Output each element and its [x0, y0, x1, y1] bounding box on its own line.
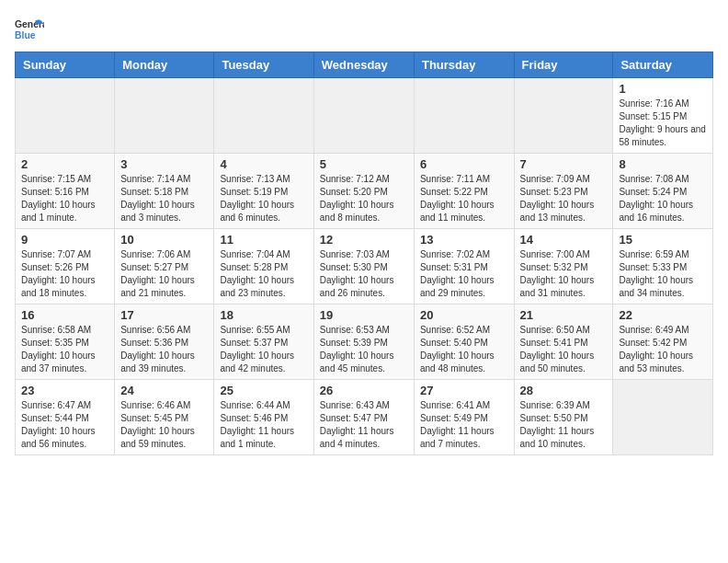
weekday-header: Sunday [16, 52, 115, 78]
day-number: 16 [21, 308, 108, 322]
calendar-cell: 7Sunrise: 7:09 AM Sunset: 5:23 PM Daylig… [514, 154, 613, 229]
day-info: Sunrise: 6:50 AM Sunset: 5:41 PM Dayligh… [520, 324, 608, 375]
calendar-cell: 25Sunrise: 6:44 AM Sunset: 5:46 PM Dayli… [214, 380, 313, 455]
day-info: Sunrise: 7:03 AM Sunset: 5:30 PM Dayligh… [320, 248, 408, 300]
day-info: Sunrise: 7:04 AM Sunset: 5:28 PM Dayligh… [220, 248, 307, 300]
calendar-header-row: SundayMondayTuesdayWednesdayThursdayFrid… [16, 52, 713, 78]
calendar-cell: 12Sunrise: 7:03 AM Sunset: 5:30 PM Dayli… [313, 229, 414, 304]
day-info: Sunrise: 6:43 AM Sunset: 5:47 PM Dayligh… [320, 399, 408, 451]
day-info: Sunrise: 7:00 AM Sunset: 5:32 PM Dayligh… [520, 248, 608, 300]
calendar-cell [613, 380, 713, 455]
calendar-cell: 1Sunrise: 7:16 AM Sunset: 5:15 PM Daylig… [613, 78, 713, 154]
day-number: 10 [120, 233, 208, 247]
calendar-cell: 17Sunrise: 6:56 AM Sunset: 5:36 PM Dayli… [115, 304, 214, 380]
day-info: Sunrise: 7:12 AM Sunset: 5:20 PM Dayligh… [320, 173, 408, 224]
day-info: Sunrise: 6:41 AM Sunset: 5:49 PM Dayligh… [420, 399, 508, 451]
day-info: Sunrise: 7:15 AM Sunset: 5:16 PM Dayligh… [21, 173, 108, 224]
day-info: Sunrise: 7:14 AM Sunset: 5:18 PM Dayligh… [120, 173, 208, 224]
calendar-cell: 16Sunrise: 6:58 AM Sunset: 5:35 PM Dayli… [16, 304, 115, 380]
day-number: 25 [220, 384, 307, 397]
calendar-cell: 22Sunrise: 6:49 AM Sunset: 5:42 PM Dayli… [613, 304, 713, 380]
calendar-cell: 24Sunrise: 6:46 AM Sunset: 5:45 PM Dayli… [115, 380, 214, 455]
day-number: 3 [120, 157, 208, 171]
calendar-cell: 20Sunrise: 6:52 AM Sunset: 5:40 PM Dayli… [414, 304, 514, 380]
day-number: 18 [220, 308, 307, 322]
day-info: Sunrise: 7:11 AM Sunset: 5:22 PM Dayligh… [420, 173, 508, 224]
calendar-cell: 28Sunrise: 6:39 AM Sunset: 5:50 PM Dayli… [514, 380, 613, 455]
calendar-cell: 18Sunrise: 6:55 AM Sunset: 5:37 PM Dayli… [214, 304, 313, 380]
day-number: 1 [619, 82, 707, 96]
day-info: Sunrise: 7:08 AM Sunset: 5:24 PM Dayligh… [619, 173, 707, 224]
day-info: Sunrise: 6:46 AM Sunset: 5:45 PM Dayligh… [120, 399, 208, 451]
day-info: Sunrise: 6:52 AM Sunset: 5:40 PM Dayligh… [420, 324, 508, 375]
day-number: 17 [120, 308, 208, 322]
day-number: 6 [420, 157, 508, 171]
day-number: 7 [520, 157, 608, 171]
day-number: 12 [320, 233, 408, 247]
calendar-cell [414, 78, 514, 154]
calendar-cell: 11Sunrise: 7:04 AM Sunset: 5:28 PM Dayli… [214, 229, 313, 304]
day-number: 24 [120, 384, 208, 397]
calendar-cell: 26Sunrise: 6:43 AM Sunset: 5:47 PM Dayli… [313, 380, 414, 455]
calendar-cell: 10Sunrise: 7:06 AM Sunset: 5:27 PM Dayli… [115, 229, 214, 304]
day-info: Sunrise: 6:53 AM Sunset: 5:39 PM Dayligh… [320, 324, 408, 375]
calendar-cell: 14Sunrise: 7:00 AM Sunset: 5:32 PM Dayli… [514, 229, 613, 304]
day-number: 26 [320, 384, 408, 397]
calendar-cell: 9Sunrise: 7:07 AM Sunset: 5:26 PM Daylig… [16, 229, 115, 304]
calendar-cell [115, 78, 214, 154]
day-info: Sunrise: 6:58 AM Sunset: 5:35 PM Dayligh… [21, 324, 108, 375]
calendar-cell: 13Sunrise: 7:02 AM Sunset: 5:31 PM Dayli… [414, 229, 514, 304]
day-number: 23 [21, 384, 108, 397]
weekday-header: Wednesday [313, 52, 414, 78]
calendar-cell [313, 78, 414, 154]
day-number: 8 [619, 157, 707, 171]
calendar-cell: 5Sunrise: 7:12 AM Sunset: 5:20 PM Daylig… [313, 154, 414, 229]
day-number: 14 [520, 233, 608, 247]
day-info: Sunrise: 7:13 AM Sunset: 5:19 PM Dayligh… [220, 173, 307, 224]
day-info: Sunrise: 6:59 AM Sunset: 5:33 PM Dayligh… [619, 248, 707, 300]
calendar-cell: 15Sunrise: 6:59 AM Sunset: 5:33 PM Dayli… [613, 229, 713, 304]
day-number: 20 [420, 308, 508, 322]
calendar-cell: 27Sunrise: 6:41 AM Sunset: 5:49 PM Dayli… [414, 380, 514, 455]
day-number: 22 [619, 308, 707, 322]
weekday-header: Thursday [414, 52, 514, 78]
calendar-cell: 4Sunrise: 7:13 AM Sunset: 5:19 PM Daylig… [214, 154, 313, 229]
day-number: 27 [420, 384, 508, 397]
day-info: Sunrise: 7:16 AM Sunset: 5:15 PM Dayligh… [619, 98, 707, 149]
day-info: Sunrise: 7:02 AM Sunset: 5:31 PM Dayligh… [420, 248, 508, 300]
calendar-cell: 3Sunrise: 7:14 AM Sunset: 5:18 PM Daylig… [115, 154, 214, 229]
page-header: General Blue [15, 15, 713, 44]
day-number: 11 [220, 233, 307, 247]
day-number: 4 [220, 157, 307, 171]
day-number: 13 [420, 233, 508, 247]
logo-icon: General Blue [15, 15, 44, 44]
day-info: Sunrise: 6:56 AM Sunset: 5:36 PM Dayligh… [120, 324, 208, 375]
day-number: 28 [520, 384, 608, 397]
day-number: 21 [520, 308, 608, 322]
day-info: Sunrise: 6:55 AM Sunset: 5:37 PM Dayligh… [220, 324, 307, 375]
day-info: Sunrise: 6:47 AM Sunset: 5:44 PM Dayligh… [21, 399, 108, 451]
calendar-cell: 8Sunrise: 7:08 AM Sunset: 5:24 PM Daylig… [613, 154, 713, 229]
day-number: 19 [320, 308, 408, 322]
day-info: Sunrise: 6:49 AM Sunset: 5:42 PM Dayligh… [619, 324, 707, 375]
day-info: Sunrise: 7:06 AM Sunset: 5:27 PM Dayligh… [120, 248, 208, 300]
day-number: 9 [21, 233, 108, 247]
svg-text:Blue: Blue [15, 30, 36, 40]
weekday-header: Saturday [613, 52, 713, 78]
weekday-header: Tuesday [214, 52, 313, 78]
day-info: Sunrise: 7:07 AM Sunset: 5:26 PM Dayligh… [21, 248, 108, 300]
day-info: Sunrise: 6:39 AM Sunset: 5:50 PM Dayligh… [520, 399, 608, 451]
calendar-cell [514, 78, 613, 154]
weekday-header: Monday [115, 52, 214, 78]
day-info: Sunrise: 7:09 AM Sunset: 5:23 PM Dayligh… [520, 173, 608, 224]
calendar-cell: 21Sunrise: 6:50 AM Sunset: 5:41 PM Dayli… [514, 304, 613, 380]
day-number: 5 [320, 157, 408, 171]
day-number: 15 [619, 233, 707, 247]
calendar-cell: 2Sunrise: 7:15 AM Sunset: 5:16 PM Daylig… [16, 154, 115, 229]
calendar-cell [16, 78, 115, 154]
calendar-cell: 23Sunrise: 6:47 AM Sunset: 5:44 PM Dayli… [16, 380, 115, 455]
calendar-table: SundayMondayTuesdayWednesdayThursdayFrid… [15, 52, 713, 455]
calendar-cell [214, 78, 313, 154]
weekday-header: Friday [514, 52, 613, 78]
calendar-cell: 6Sunrise: 7:11 AM Sunset: 5:22 PM Daylig… [414, 154, 514, 229]
